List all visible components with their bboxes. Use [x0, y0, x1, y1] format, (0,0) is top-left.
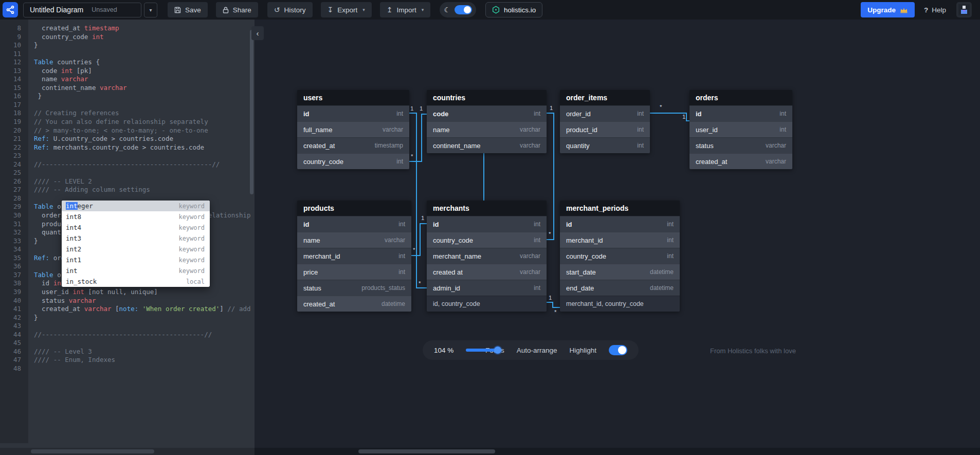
- table-row[interactable]: idint: [427, 216, 547, 232]
- code-line[interactable]: user_id int [not null, unique]: [34, 288, 255, 297]
- table-users[interactable]: usersidintfull_namevarcharcreated_attime…: [297, 90, 409, 169]
- table-row[interactable]: merchant_namevarchar: [427, 248, 547, 264]
- code-line[interactable]: //--------------------------------------…: [34, 160, 255, 169]
- table-header[interactable]: order_items: [560, 90, 650, 105]
- table-row[interactable]: end_datedatetime: [560, 280, 680, 296]
- app-logo-icon[interactable]: [3, 2, 18, 17]
- table-index-row[interactable]: merchant_id, country_code: [560, 296, 680, 312]
- table-row[interactable]: country_codeint: [427, 232, 547, 248]
- highlight-toggle[interactable]: [609, 345, 627, 355]
- table-row[interactable]: namevarchar: [427, 121, 547, 137]
- relationship-edge[interactable]: [409, 113, 427, 288]
- table-row[interactable]: namevarchar: [297, 232, 411, 248]
- avatar[interactable]: [956, 2, 972, 17]
- code-line[interactable]: //// -- Adding column settings: [34, 186, 255, 194]
- upgrade-button[interactable]: Upgrade: [861, 2, 915, 17]
- code-line[interactable]: continent_name varchar: [34, 84, 255, 93]
- table-header[interactable]: users: [297, 90, 409, 105]
- table-row[interactable]: idint: [689, 105, 792, 121]
- table-header[interactable]: merchant_periods: [560, 201, 680, 216]
- table-orders[interactable]: ordersidintuser_idintstatusvarcharcreate…: [689, 90, 792, 169]
- holistics-badge[interactable]: holistics.io: [485, 2, 542, 17]
- table-row[interactable]: order_idint: [560, 105, 650, 121]
- code-line[interactable]: }: [34, 314, 255, 322]
- import-button[interactable]: ↥ Import ▾: [380, 2, 431, 17]
- code-line[interactable]: // You can also define relaionship separ…: [34, 118, 255, 126]
- help-button[interactable]: ? Help: [924, 6, 946, 14]
- autocomplete-item[interactable]: int4keyword: [62, 222, 210, 233]
- table-row[interactable]: country_codeint: [560, 248, 680, 264]
- table-header[interactable]: merchants: [427, 201, 547, 216]
- table-row[interactable]: statusvarchar: [689, 137, 792, 153]
- table-row[interactable]: created_atdatetime: [297, 296, 411, 312]
- table-row[interactable]: idint: [297, 216, 411, 232]
- code-line[interactable]: [34, 322, 255, 331]
- table-row[interactable]: product_idint: [560, 121, 650, 137]
- table-merchant_periods[interactable]: merchant_periodsidintmerchant_idintcount…: [560, 201, 680, 312]
- code-line[interactable]: Table countries {: [34, 58, 255, 67]
- collapse-editor-button[interactable]: ‹: [251, 26, 264, 40]
- table-countries[interactable]: countriescodeintnamevarcharcontinent_nam…: [427, 90, 547, 153]
- code-line[interactable]: country_code int: [34, 33, 255, 42]
- autocomplete-item[interactable]: int1keyword: [62, 254, 210, 265]
- code-line[interactable]: //// -- Level 3: [34, 348, 255, 356]
- code-line[interactable]: [34, 50, 255, 59]
- editor-horizontal-scrollbar[interactable]: [0, 448, 255, 455]
- code-line[interactable]: // > many-to-one; < one-to-many; - one-t…: [34, 126, 255, 135]
- table-row[interactable]: statusproducts_status: [297, 280, 411, 296]
- table-order_items[interactable]: order_itemsorder_idintproduct_idintquant…: [560, 90, 650, 153]
- table-products[interactable]: productsidintnamevarcharmerchant_idintpr…: [297, 201, 411, 312]
- autocomplete-item[interactable]: int8keyword: [62, 211, 210, 222]
- auto-arrange-button[interactable]: Auto-arrange: [517, 347, 557, 354]
- table-row[interactable]: created atvarchar: [427, 264, 547, 280]
- table-index-row[interactable]: id, country_code: [427, 296, 547, 312]
- diagram-title-group[interactable]: Untitled Diagram Unsaved: [23, 3, 141, 17]
- editor-hscroll-thumb[interactable]: [31, 449, 154, 453]
- table-header[interactable]: orders: [689, 90, 792, 105]
- code-line[interactable]: //// -- LEVEL 2: [34, 177, 255, 186]
- table-row[interactable]: idint: [297, 105, 409, 121]
- code-line[interactable]: [34, 339, 255, 348]
- table-header[interactable]: products: [297, 201, 411, 216]
- table-row[interactable]: country_codeint: [297, 153, 409, 169]
- code-line[interactable]: name varchar: [34, 75, 255, 84]
- table-row[interactable]: created_atvarchar: [689, 153, 792, 169]
- table-row[interactable]: start_datedatetime: [560, 264, 680, 280]
- code-line[interactable]: // Creating references: [34, 109, 255, 118]
- code-line[interactable]: [34, 152, 255, 160]
- autocomplete-item[interactable]: int2keyword: [62, 244, 210, 254]
- table-row[interactable]: priceint: [297, 264, 411, 280]
- code-line[interactable]: //// -- Enum, Indexes: [34, 356, 255, 365]
- code-line[interactable]: code int [pk]: [34, 67, 255, 76]
- code-line[interactable]: status varchar: [34, 297, 255, 305]
- history-button[interactable]: ↺ History: [267, 2, 313, 17]
- zoom-slider[interactable]: [466, 349, 473, 352]
- table-row[interactable]: full_namevarchar: [297, 121, 409, 137]
- export-button[interactable]: ↧ Export ▾: [321, 2, 372, 17]
- editor-vertical-scrollbar[interactable]: [250, 30, 253, 194]
- relationship-edge[interactable]: [547, 302, 560, 307]
- table-row[interactable]: merchant_idint: [560, 232, 680, 248]
- code-line[interactable]: [34, 365, 255, 373]
- title-chevron-button[interactable]: ▾: [144, 3, 157, 17]
- table-row[interactable]: merchant_idint: [297, 248, 411, 264]
- table-row[interactable]: quantityint: [560, 137, 650, 153]
- autocomplete-item[interactable]: in_stocklocal: [62, 276, 210, 287]
- code-line[interactable]: [34, 101, 255, 110]
- code-line[interactable]: created_at timestamp: [34, 24, 255, 33]
- table-row[interactable]: created_attimestamp: [297, 137, 409, 153]
- canvas-hscroll-thumb[interactable]: [358, 449, 495, 453]
- code-line[interactable]: created_at varchar [note: 'When order cr…: [34, 305, 255, 314]
- code-line[interactable]: }: [34, 41, 255, 50]
- code-line[interactable]: Ref: U.country_code > countries.code: [34, 135, 255, 143]
- code-line[interactable]: //--------------------------------------…: [34, 331, 255, 339]
- table-row[interactable]: user_idint: [689, 121, 792, 137]
- autocomplete-item[interactable]: int3keyword: [62, 233, 210, 244]
- table-row[interactable]: continent_namevarchar: [427, 137, 547, 153]
- table-row[interactable]: idint: [560, 216, 680, 232]
- table-row[interactable]: codeint: [427, 105, 547, 121]
- autocomplete-item[interactable]: integerkeyword: [62, 201, 210, 211]
- autocomplete-item[interactable]: intkeyword: [62, 265, 210, 276]
- table-row[interactable]: admin_idint: [427, 280, 547, 296]
- relationship-edge[interactable]: [547, 113, 554, 240]
